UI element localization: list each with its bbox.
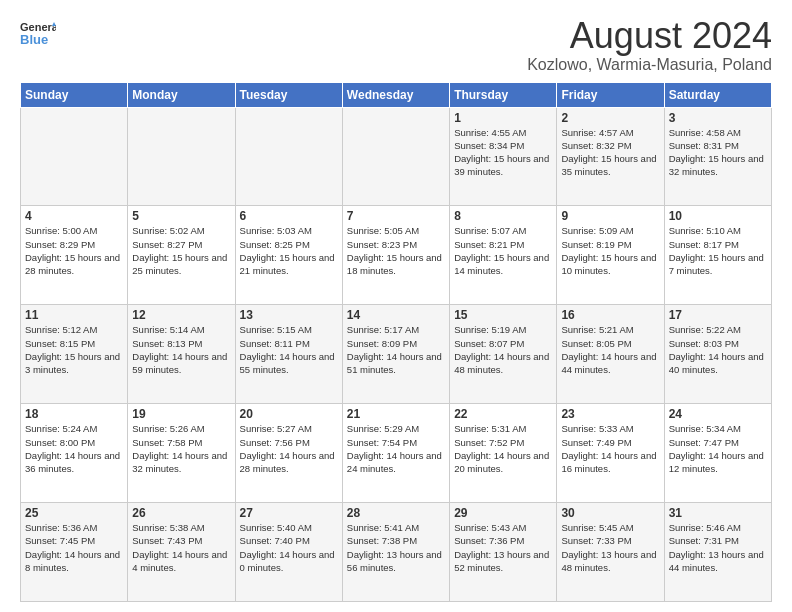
day-cell: 2 Sunrise: 4:57 AM Sunset: 8:32 PM Dayli… [557, 107, 664, 206]
day-cell: 28 Sunrise: 5:41 AM Sunset: 7:38 PM Dayl… [342, 503, 449, 602]
day-number: 29 [454, 506, 552, 520]
day-cell [235, 107, 342, 206]
day-info: Sunrise: 5:31 AM Sunset: 7:52 PM Dayligh… [454, 422, 552, 475]
day-cell: 17 Sunrise: 5:22 AM Sunset: 8:03 PM Dayl… [664, 305, 771, 404]
day-number: 10 [669, 209, 767, 223]
col-header-sunday: Sunday [21, 82, 128, 107]
day-info: Sunrise: 5:07 AM Sunset: 8:21 PM Dayligh… [454, 224, 552, 277]
col-header-tuesday: Tuesday [235, 82, 342, 107]
day-number: 31 [669, 506, 767, 520]
day-cell: 7 Sunrise: 5:05 AM Sunset: 8:23 PM Dayli… [342, 206, 449, 305]
calendar-table: SundayMondayTuesdayWednesdayThursdayFrid… [20, 82, 772, 602]
day-cell: 26 Sunrise: 5:38 AM Sunset: 7:43 PM Dayl… [128, 503, 235, 602]
day-cell: 9 Sunrise: 5:09 AM Sunset: 8:19 PM Dayli… [557, 206, 664, 305]
day-cell: 6 Sunrise: 5:03 AM Sunset: 8:25 PM Dayli… [235, 206, 342, 305]
header-row: SundayMondayTuesdayWednesdayThursdayFrid… [21, 82, 772, 107]
day-cell: 22 Sunrise: 5:31 AM Sunset: 7:52 PM Dayl… [450, 404, 557, 503]
week-row-1: 1 Sunrise: 4:55 AM Sunset: 8:34 PM Dayli… [21, 107, 772, 206]
col-header-saturday: Saturday [664, 82, 771, 107]
day-info: Sunrise: 5:40 AM Sunset: 7:40 PM Dayligh… [240, 521, 338, 574]
day-cell: 5 Sunrise: 5:02 AM Sunset: 8:27 PM Dayli… [128, 206, 235, 305]
day-cell: 8 Sunrise: 5:07 AM Sunset: 8:21 PM Dayli… [450, 206, 557, 305]
day-cell: 16 Sunrise: 5:21 AM Sunset: 8:05 PM Dayl… [557, 305, 664, 404]
day-number: 4 [25, 209, 123, 223]
title-area: August 2024 Kozlowo, Warmia-Masuria, Pol… [527, 16, 772, 74]
day-info: Sunrise: 5:38 AM Sunset: 7:43 PM Dayligh… [132, 521, 230, 574]
day-info: Sunrise: 5:14 AM Sunset: 8:13 PM Dayligh… [132, 323, 230, 376]
day-number: 5 [132, 209, 230, 223]
day-number: 11 [25, 308, 123, 322]
day-cell: 20 Sunrise: 5:27 AM Sunset: 7:56 PM Dayl… [235, 404, 342, 503]
month-title: August 2024 [527, 16, 772, 56]
day-info: Sunrise: 5:29 AM Sunset: 7:54 PM Dayligh… [347, 422, 445, 475]
day-cell: 10 Sunrise: 5:10 AM Sunset: 8:17 PM Dayl… [664, 206, 771, 305]
day-info: Sunrise: 5:33 AM Sunset: 7:49 PM Dayligh… [561, 422, 659, 475]
day-info: Sunrise: 5:26 AM Sunset: 7:58 PM Dayligh… [132, 422, 230, 475]
day-number: 9 [561, 209, 659, 223]
day-info: Sunrise: 5:41 AM Sunset: 7:38 PM Dayligh… [347, 521, 445, 574]
day-number: 16 [561, 308, 659, 322]
day-cell: 11 Sunrise: 5:12 AM Sunset: 8:15 PM Dayl… [21, 305, 128, 404]
col-header-friday: Friday [557, 82, 664, 107]
day-cell: 21 Sunrise: 5:29 AM Sunset: 7:54 PM Dayl… [342, 404, 449, 503]
day-info: Sunrise: 5:24 AM Sunset: 8:00 PM Dayligh… [25, 422, 123, 475]
day-number: 7 [347, 209, 445, 223]
day-cell: 12 Sunrise: 5:14 AM Sunset: 8:13 PM Dayl… [128, 305, 235, 404]
day-number: 21 [347, 407, 445, 421]
location-title: Kozlowo, Warmia-Masuria, Poland [527, 56, 772, 74]
day-cell: 29 Sunrise: 5:43 AM Sunset: 7:36 PM Dayl… [450, 503, 557, 602]
day-info: Sunrise: 5:45 AM Sunset: 7:33 PM Dayligh… [561, 521, 659, 574]
col-header-monday: Monday [128, 82, 235, 107]
day-cell [342, 107, 449, 206]
day-number: 19 [132, 407, 230, 421]
day-cell: 23 Sunrise: 5:33 AM Sunset: 7:49 PM Dayl… [557, 404, 664, 503]
week-row-2: 4 Sunrise: 5:00 AM Sunset: 8:29 PM Dayli… [21, 206, 772, 305]
col-header-wednesday: Wednesday [342, 82, 449, 107]
day-info: Sunrise: 4:58 AM Sunset: 8:31 PM Dayligh… [669, 126, 767, 179]
day-number: 17 [669, 308, 767, 322]
day-number: 24 [669, 407, 767, 421]
day-number: 8 [454, 209, 552, 223]
day-cell: 24 Sunrise: 5:34 AM Sunset: 7:47 PM Dayl… [664, 404, 771, 503]
day-number: 15 [454, 308, 552, 322]
svg-text:Blue: Blue [20, 32, 48, 47]
day-number: 23 [561, 407, 659, 421]
day-info: Sunrise: 5:00 AM Sunset: 8:29 PM Dayligh… [25, 224, 123, 277]
day-cell: 19 Sunrise: 5:26 AM Sunset: 7:58 PM Dayl… [128, 404, 235, 503]
day-cell: 1 Sunrise: 4:55 AM Sunset: 8:34 PM Dayli… [450, 107, 557, 206]
day-number: 28 [347, 506, 445, 520]
day-number: 22 [454, 407, 552, 421]
day-info: Sunrise: 5:36 AM Sunset: 7:45 PM Dayligh… [25, 521, 123, 574]
day-info: Sunrise: 5:05 AM Sunset: 8:23 PM Dayligh… [347, 224, 445, 277]
day-number: 18 [25, 407, 123, 421]
day-cell: 4 Sunrise: 5:00 AM Sunset: 8:29 PM Dayli… [21, 206, 128, 305]
day-info: Sunrise: 5:34 AM Sunset: 7:47 PM Dayligh… [669, 422, 767, 475]
day-info: Sunrise: 5:10 AM Sunset: 8:17 PM Dayligh… [669, 224, 767, 277]
day-cell: 13 Sunrise: 5:15 AM Sunset: 8:11 PM Dayl… [235, 305, 342, 404]
day-number: 20 [240, 407, 338, 421]
day-info: Sunrise: 5:03 AM Sunset: 8:25 PM Dayligh… [240, 224, 338, 277]
day-number: 12 [132, 308, 230, 322]
day-info: Sunrise: 5:09 AM Sunset: 8:19 PM Dayligh… [561, 224, 659, 277]
day-info: Sunrise: 5:02 AM Sunset: 8:27 PM Dayligh… [132, 224, 230, 277]
day-info: Sunrise: 5:17 AM Sunset: 8:09 PM Dayligh… [347, 323, 445, 376]
week-row-3: 11 Sunrise: 5:12 AM Sunset: 8:15 PM Dayl… [21, 305, 772, 404]
day-number: 6 [240, 209, 338, 223]
day-cell: 3 Sunrise: 4:58 AM Sunset: 8:31 PM Dayli… [664, 107, 771, 206]
day-cell: 27 Sunrise: 5:40 AM Sunset: 7:40 PM Dayl… [235, 503, 342, 602]
day-number: 26 [132, 506, 230, 520]
day-number: 2 [561, 111, 659, 125]
day-info: Sunrise: 5:43 AM Sunset: 7:36 PM Dayligh… [454, 521, 552, 574]
day-number: 1 [454, 111, 552, 125]
week-row-4: 18 Sunrise: 5:24 AM Sunset: 8:00 PM Dayl… [21, 404, 772, 503]
day-cell: 31 Sunrise: 5:46 AM Sunset: 7:31 PM Dayl… [664, 503, 771, 602]
day-number: 30 [561, 506, 659, 520]
day-number: 25 [25, 506, 123, 520]
day-number: 27 [240, 506, 338, 520]
day-info: Sunrise: 5:27 AM Sunset: 7:56 PM Dayligh… [240, 422, 338, 475]
day-info: Sunrise: 5:12 AM Sunset: 8:15 PM Dayligh… [25, 323, 123, 376]
day-cell: 30 Sunrise: 5:45 AM Sunset: 7:33 PM Dayl… [557, 503, 664, 602]
day-info: Sunrise: 5:21 AM Sunset: 8:05 PM Dayligh… [561, 323, 659, 376]
day-cell: 18 Sunrise: 5:24 AM Sunset: 8:00 PM Dayl… [21, 404, 128, 503]
day-info: Sunrise: 4:55 AM Sunset: 8:34 PM Dayligh… [454, 126, 552, 179]
